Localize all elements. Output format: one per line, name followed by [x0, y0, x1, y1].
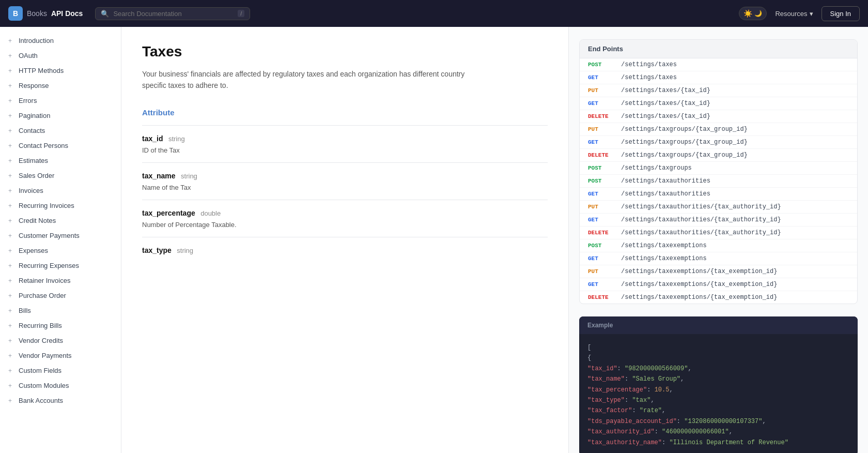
plus-icon: + — [8, 247, 14, 254]
plus-icon: + — [8, 307, 14, 314]
endpoints-header: End Points — [580, 40, 857, 58]
plus-icon: + — [8, 322, 14, 329]
header: B Books API Docs 🔍 / ☀️ 🌙 Resources ▾ Si… — [0, 0, 868, 27]
sidebar-item-http-methods[interactable]: +HTTP Methods — [0, 63, 121, 78]
sidebar-item-label: Vendor Payments — [19, 352, 72, 359]
endpoint-path: /settings/taxauthorities/{tax_authority_… — [621, 229, 781, 236]
plus-icon: + — [8, 232, 14, 239]
endpoints-list: POST /settings/taxes GET /settings/taxes… — [580, 58, 857, 304]
sidebar-item-bills[interactable]: +Bills — [0, 303, 121, 318]
resources-menu[interactable]: Resources ▾ — [775, 10, 813, 18]
endpoint-path: /settings/taxgroups — [621, 164, 692, 172]
attribute-type: string — [168, 135, 185, 143]
plus-icon: + — [8, 277, 14, 284]
sidebar-item-label: Custom Modules — [19, 382, 69, 389]
resources-label: Resources — [775, 10, 807, 18]
plus-icon: + — [8, 142, 14, 149]
endpoint-path: /settings/taxauthorities — [621, 190, 710, 198]
endpoint-method: POST — [588, 62, 615, 68]
attribute-tax_id: tax_id string ID of the Tax — [142, 125, 548, 162]
sidebar-item-recurring-bills[interactable]: +Recurring Bills — [0, 318, 121, 333]
endpoint-method: POST — [588, 243, 615, 249]
endpoint-method: PUT — [588, 204, 615, 210]
theme-toggle[interactable]: ☀️ 🌙 — [739, 7, 767, 20]
endpoint-method: GET — [588, 191, 615, 197]
sidebar-item-label: HTTP Methods — [19, 67, 64, 74]
endpoint-method: GET — [588, 255, 615, 262]
sidebar-item-sales-order[interactable]: +Sales Order — [0, 168, 121, 183]
sun-icon: ☀️ — [743, 9, 752, 18]
endpoint-method: GET — [588, 281, 615, 288]
main-layout: +Introduction+OAuth+HTTP Methods+Respons… — [0, 27, 868, 453]
sidebar-item-custom-fields[interactable]: +Custom Fields — [0, 363, 121, 378]
search-box[interactable]: 🔍 / — [95, 7, 250, 20]
sidebar-item-expenses[interactable]: +Expenses — [0, 243, 121, 258]
endpoint-row: GET /settings/taxauthorities/{tax_author… — [580, 214, 857, 226]
plus-icon: + — [8, 67, 14, 74]
endpoint-method: GET — [588, 217, 615, 223]
attribute-tax_type: tax_type string — [142, 237, 548, 263]
attribute-type: double — [200, 209, 221, 217]
sidebar-item-label: Contacts — [19, 127, 45, 134]
sidebar-item-bank-accounts[interactable]: +Bank Accounts — [0, 393, 121, 408]
endpoint-path: /settings/taxexemptions — [621, 255, 707, 262]
sidebar-item-introduction[interactable]: +Introduction — [0, 33, 121, 48]
sidebar-item-label: Expenses — [19, 247, 48, 254]
page-description: Your business' financials are affected b… — [142, 68, 473, 92]
app-name: Books — [27, 9, 47, 18]
plus-icon: + — [8, 262, 14, 269]
endpoint-method: DELETE — [588, 113, 615, 119]
sidebar-item-estimates[interactable]: +Estimates — [0, 153, 121, 168]
sidebar-item-oauth[interactable]: +OAuth — [0, 48, 121, 63]
plus-icon: + — [8, 352, 14, 359]
sidebar-item-label: Pagination — [19, 112, 50, 119]
sidebar-item-vendor-credits[interactable]: +Vendor Credits — [0, 333, 121, 348]
search-icon: 🔍 — [101, 10, 109, 18]
sidebar-item-response[interactable]: +Response — [0, 78, 121, 93]
sidebar-item-label: Custom Fields — [19, 367, 61, 374]
sidebar-item-label: Invoices — [19, 187, 43, 194]
endpoint-path: /settings/taxauthorities — [621, 177, 710, 185]
sidebar-item-pagination[interactable]: +Pagination — [0, 108, 121, 123]
endpoint-method: GET — [588, 139, 615, 145]
plus-icon: + — [8, 112, 14, 119]
sidebar-item-credit-notes[interactable]: +Credit Notes — [0, 213, 121, 228]
sidebar-item-contacts[interactable]: +Contacts — [0, 123, 121, 138]
logo: B Books API Docs — [8, 6, 83, 21]
endpoint-method: GET — [588, 100, 615, 107]
plus-icon: + — [8, 187, 14, 194]
sidebar-item-label: Bank Accounts — [19, 397, 63, 404]
sidebar-item-recurring-expenses[interactable]: +Recurring Expenses — [0, 258, 121, 273]
endpoint-path: /settings/taxes/{tax_id} — [621, 113, 710, 120]
endpoint-row: GET /settings/taxes/{tax_id} — [580, 97, 857, 110]
example-box: Example [ { "tax_id": "982000000566009",… — [579, 316, 858, 453]
sidebar-item-purchase-order[interactable]: +Purchase Order — [0, 288, 121, 303]
endpoint-row: GET /settings/taxgroups/{tax_group_id} — [580, 136, 857, 149]
sidebar-item-custom-modules[interactable]: +Custom Modules — [0, 378, 121, 393]
chevron-down-icon: ▾ — [810, 10, 813, 18]
sidebar-item-label: Bills — [19, 307, 31, 314]
endpoint-row: DELETE /settings/taxauthorities/{tax_aut… — [580, 226, 857, 239]
sidebar-item-recurring-invoices[interactable]: +Recurring Invoices — [0, 198, 121, 213]
sidebar-item-errors[interactable]: +Errors — [0, 93, 121, 108]
sidebar-item-invoices[interactable]: +Invoices — [0, 183, 121, 198]
example-code: [ { "tax_id": "982000000566009", "tax_na… — [579, 334, 858, 453]
sidebar-item-label: Sales Order — [19, 172, 54, 179]
sidebar-item-vendor-payments[interactable]: +Vendor Payments — [0, 348, 121, 363]
plus-icon: + — [8, 97, 14, 104]
plus-icon: + — [8, 157, 14, 164]
search-input[interactable] — [113, 10, 234, 18]
sidebar-item-label: Credit Notes — [19, 217, 56, 224]
sidebar-item-contact-persons[interactable]: +Contact Persons — [0, 138, 121, 153]
attribute-name: tax_id — [142, 134, 163, 143]
content-area: Taxes Your business' financials are affe… — [121, 27, 568, 453]
plus-icon: + — [8, 202, 14, 209]
sidebar-item-customer-payments[interactable]: +Customer Payments — [0, 228, 121, 243]
sidebar-item-retainer-invoices[interactable]: +Retainer Invoices — [0, 273, 121, 288]
sidebar-item-label: Retainer Invoices — [19, 277, 70, 284]
endpoint-method: GET — [588, 74, 615, 81]
signin-button[interactable]: Sign In — [822, 6, 860, 21]
attribute-description: Name of the Tax — [142, 184, 548, 191]
endpoint-path: /settings/taxauthorities/{tax_authority_… — [621, 216, 781, 223]
sidebar-item-label: Estimates — [19, 157, 48, 164]
